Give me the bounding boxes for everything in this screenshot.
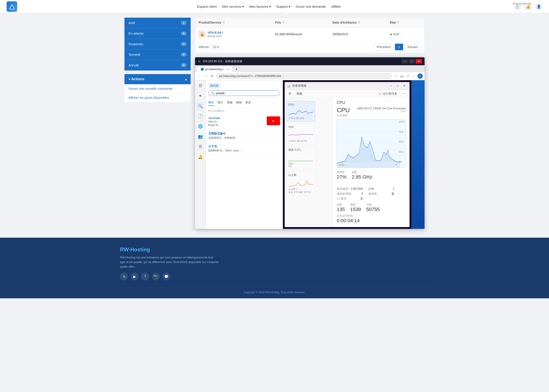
tm-more-button[interactable]: ⋯ (401, 91, 408, 97)
search-result-wenzao[interactable]: 文昭談古論今 这是旅加文... 的時政視... (206, 129, 283, 142)
tm-minimize-button[interactable]: ─ (388, 83, 394, 88)
nav-mes-services[interactable]: Mes services ▾ (222, 5, 244, 9)
sidebar-menu-icon[interactable]: ☰ (197, 82, 203, 90)
tm-cpu-label-group: CPU % 利用率 (337, 107, 350, 118)
search-tab-image[interactable]: 图片 (218, 101, 223, 106)
next-page-button[interactable]: Suivant (404, 44, 421, 50)
search-result-gonzi[interactable]: 公子沈 新聞時事 夹... Shen" cove... (206, 142, 283, 155)
tm-left-nav: CPU 27% 2.85 GHz 内存 (285, 98, 333, 227)
account-button[interactable]: 👤 (535, 3, 542, 10)
sidebar-item-termine[interactable]: Terminé 0 (124, 49, 191, 60)
rdp-close-button[interactable]: ✕ (416, 59, 422, 63)
sidebar-list-icon[interactable]: ☰ (197, 143, 203, 150)
tm-detail-grid: 基准速度: 2.85 GHz 插槽: 1 (337, 187, 394, 201)
result-wenzao-desc: 这是旅加文... 的時政視... (208, 136, 280, 140)
run-task-icon: ▷ (379, 92, 382, 95)
action-nouvelle-commande[interactable]: Passer une nouvelle commande (124, 84, 191, 93)
actions-label: + Actions (128, 77, 144, 81)
footer: RW·Hosting RW-Hosting est une entreprise… (0, 238, 549, 298)
browser-read-icon[interactable]: 📖 (399, 73, 405, 79)
tm-close-button[interactable]: ✕ (401, 83, 407, 88)
nav-espace-client[interactable]: Espace client (197, 5, 217, 8)
service-name-group: VPS-E-04 / server.com (207, 31, 223, 38)
resource-memory[interactable]: 内存 2.3/4.0 GB (57%) (286, 123, 315, 144)
sidebar-history-icon[interactable]: 🕐 (197, 112, 204, 120)
instagram-button[interactable]: 📷 (152, 273, 160, 280)
tm-hamburger-menu[interactable]: ☰ (286, 91, 293, 96)
sidebar-item-actif[interactable]: Actif 1 (124, 18, 191, 28)
resource-disk[interactable]: 磁盘 0 (C:) SSD0% (286, 146, 315, 169)
rdp-minimize-button[interactable]: ─ (402, 59, 408, 63)
tm-cpu-big-label: CPU (337, 107, 350, 114)
search-tab-more[interactable]: 更多 (245, 101, 251, 106)
cn-version-label[interactable]: 国内版 (208, 83, 221, 89)
tm-perf-menu[interactable]: 性能 (294, 91, 305, 97)
search-input[interactable] (216, 91, 277, 95)
search-tab-video[interactable]: 视频 (227, 101, 233, 106)
sidebar-bell-icon[interactable]: 🔔 (197, 153, 204, 161)
discord-button[interactable]: 💬 (162, 273, 170, 280)
search-tab-webpage[interactable]: 网页 (208, 101, 214, 106)
blog-watermark: blog.tanglu.me (513, 2, 531, 5)
tm-win-buttons: ─ □ ✕ (388, 83, 407, 88)
browser-tab-active[interactable]: 🔵 ps://www.bing.c... ✕ (197, 66, 233, 72)
chevron-down-icon: ▾ (269, 5, 271, 9)
tm-cpu-header: CPU % 利用率 AMD EPYC 7443P 24-Core Process… (337, 107, 406, 118)
browser-forward-button[interactable]: → (203, 73, 208, 79)
resource-ethernet[interactable]: 以太网 以太网 2发送: 176 接收: 40.0 KI (286, 171, 315, 196)
td-etat: ● Actif (386, 29, 425, 40)
content-area: Produit/Service ⇕ Prix ⇕ Date d'échéance… (195, 18, 425, 229)
facebook-button[interactable]: f (141, 273, 149, 280)
tm-process-stats: 进程 135 线程 1539 句柄 50755 (337, 203, 406, 212)
sidebar-people-icon[interactable]: 👥 (197, 133, 204, 140)
browser-more-icon[interactable]: ⋯ (411, 73, 416, 79)
actions-header[interactable]: + Actions (124, 74, 191, 84)
browser-url-bar[interactable]: ps://www.bing.com/search?=...676f4186464… (216, 73, 392, 79)
th-etat: État ⇕ (386, 18, 425, 27)
afficher-select[interactable]: 10 ▾ (211, 44, 221, 50)
new-tab-button[interactable]: + (234, 66, 239, 72)
result-youtube-title: YouTube (208, 116, 265, 120)
tm-toolbar: ☰ 性能 ▷ 运行新任务 ⋯ (285, 90, 410, 98)
table-row[interactable]: 🔒 VPS-E-04 / server.com €2.99EUR/Mensuel… (195, 28, 425, 41)
tab-close-icon[interactable]: ✕ (227, 68, 229, 70)
rdp-win-buttons: ─ □ ✕ (402, 59, 422, 63)
browser-back-button[interactable]: ← (197, 73, 202, 79)
tm-maximize-button[interactable]: □ (394, 83, 401, 88)
youtube-button[interactable]: ▶ (131, 273, 139, 280)
twitter-button[interactable]: 𝕏 (120, 273, 128, 280)
rdp-titlebar: 🖥 103.252.90.211 - 远程桌面连接 ─ □ ✕ (195, 57, 425, 65)
sidebar-item-suspendu[interactable]: Suspendu 0 (124, 39, 191, 49)
chevron-down-icon: ▾ (242, 5, 244, 9)
browser-refresh-button[interactable]: ↻ (210, 73, 214, 79)
tm-cpu-model: AMD EPYC 7443P 24-Core Processor 100% (357, 107, 406, 113)
nav-mes-factures[interactable]: Mes factures ▾ (249, 5, 271, 9)
browser-profile[interactable]: B (418, 73, 423, 79)
sidebar-search-icon[interactable]: 🔍 (197, 102, 204, 110)
nav-support[interactable]: Support ▾ (276, 5, 291, 9)
search-tab-shopping[interactable]: 购物 (236, 101, 242, 106)
page-1-button[interactable]: 1 (395, 44, 403, 50)
site-logo[interactable] (7, 1, 17, 12)
pagination-buttons: Précédent 1 Suivant (373, 44, 421, 50)
search-result-youtube[interactable]: YouTube https://y... Enjoy th... ▶ (206, 114, 283, 129)
stat-utilization: 利用率 27% (337, 170, 346, 180)
chevron-down-icon: ▾ (217, 45, 219, 49)
prev-page-button[interactable]: Précédent (373, 44, 394, 50)
service-name: VPS-E-04 / (207, 31, 223, 34)
sidebar-item-annule[interactable]: Annulé 0 (124, 60, 191, 70)
nav-affilies[interactable]: Affiliés (331, 5, 341, 8)
browser-star-icon[interactable]: ☆ (394, 73, 398, 79)
tm-run-task-button[interactable]: ▷ 运行新任务 (377, 91, 400, 97)
rdp-maximize-button[interactable]: □ (409, 59, 415, 63)
nav-ouvrir-demande[interactable]: Ouvrir une demande (296, 5, 326, 8)
sidebar-item-en-attente[interactable]: En attente 0 (124, 28, 191, 39)
sidebar-translate-icon[interactable]: 🌐 (197, 123, 204, 130)
browser-share-icon[interactable]: ↗ (406, 73, 410, 79)
footer-col-2 (225, 246, 324, 280)
result-gonzi-desc: 新聞時事 夹... Shen" cove... (208, 149, 280, 153)
sidebar-copilot-icon[interactable]: ✦ (197, 92, 203, 100)
browser-sidebar: ☰ ✦ 🔍 🕐 🌐 👥 ☰ 🔔 (195, 80, 206, 229)
resource-cpu[interactable]: CPU 27% 2.85 GHz (286, 101, 315, 121)
action-ajouts-disponibles[interactable]: Afficher les ajouts disponibles (124, 93, 191, 102)
